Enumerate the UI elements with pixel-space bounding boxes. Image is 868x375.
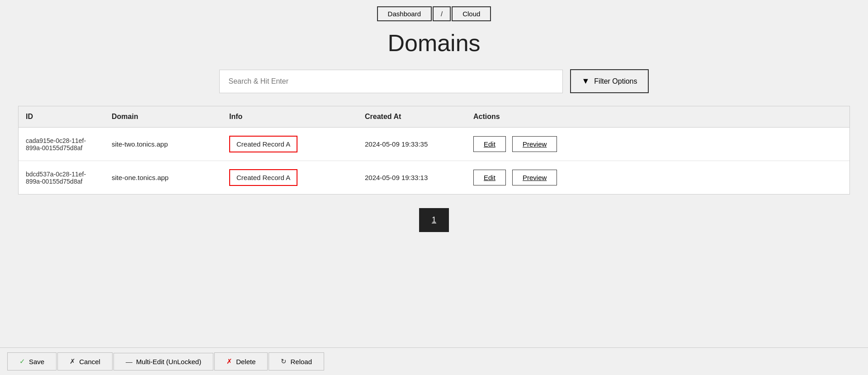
reload-label: Reload bbox=[290, 358, 312, 366]
bottom-toolbar: ✓ Save ✗ Cancel — Multi-Edit (UnLocked) … bbox=[0, 347, 868, 375]
breadcrumb-dashboard[interactable]: Dashboard bbox=[377, 6, 432, 21]
col-header-created-at: Created At bbox=[358, 106, 466, 128]
cell-actions-1: Edit Preview bbox=[466, 161, 849, 195]
cell-domain-1: site-one.tonics.app bbox=[104, 161, 222, 195]
col-header-domain: Domain bbox=[104, 106, 222, 128]
pagination: 1 bbox=[0, 208, 868, 232]
reload-button[interactable]: ↻ Reload bbox=[269, 352, 324, 370]
cell-info-0: Created Record A bbox=[222, 128, 358, 161]
table-header-row: ID Domain Info Created At Actions bbox=[19, 106, 849, 128]
filter-icon: ▼ bbox=[582, 76, 590, 86]
preview-button-0[interactable]: Preview bbox=[512, 136, 557, 152]
search-input[interactable] bbox=[219, 70, 563, 93]
multi-edit-button[interactable]: — Multi-Edit (UnLocked) bbox=[113, 353, 213, 370]
cell-id-1: bdcd537a-0c28-11ef-899a-00155d75d8af bbox=[19, 161, 104, 195]
save-button[interactable]: ✓ Save bbox=[7, 352, 57, 370]
page-title: Domains bbox=[0, 29, 868, 57]
cell-id-0: cada915e-0c28-11ef-899a-00155d75d8af bbox=[19, 128, 104, 161]
table-row: cada915e-0c28-11ef-899a-00155d75d8af sit… bbox=[19, 128, 849, 161]
save-label: Save bbox=[29, 358, 44, 366]
delete-icon: ✗ bbox=[226, 357, 232, 366]
filter-options-button[interactable]: ▼ Filter Options bbox=[570, 69, 649, 93]
cell-created-at-0: 2024-05-09 19:33:35 bbox=[358, 128, 466, 161]
col-header-info: Info bbox=[222, 106, 358, 128]
breadcrumb-cloud[interactable]: Cloud bbox=[452, 6, 491, 21]
cell-actions-0: Edit Preview bbox=[466, 128, 849, 161]
domains-table: ID Domain Info Created At Actions cada91… bbox=[18, 106, 850, 195]
info-badge-0: Created Record A bbox=[229, 136, 297, 152]
multi-edit-label: Multi-Edit (UnLocked) bbox=[136, 358, 201, 366]
breadcrumb-separator: / bbox=[433, 6, 451, 21]
col-header-actions: Actions bbox=[466, 106, 849, 128]
breadcrumb: Dashboard / Cloud bbox=[0, 0, 868, 25]
table-row: bdcd537a-0c28-11ef-899a-00155d75d8af sit… bbox=[19, 161, 849, 195]
info-badge-1: Created Record A bbox=[229, 169, 297, 186]
preview-button-1[interactable]: Preview bbox=[512, 170, 557, 185]
delete-label: Delete bbox=[236, 358, 255, 366]
cell-domain-0: site-two.tonics.app bbox=[104, 128, 222, 161]
cancel-label: Cancel bbox=[79, 358, 100, 366]
cell-info-1: Created Record A bbox=[222, 161, 358, 195]
reload-icon: ↻ bbox=[281, 357, 287, 366]
cell-created-at-1: 2024-05-09 19:33:13 bbox=[358, 161, 466, 195]
multi-edit-icon: — bbox=[126, 358, 132, 366]
save-icon: ✓ bbox=[19, 357, 25, 366]
page-1-button[interactable]: 1 bbox=[419, 208, 449, 232]
edit-button-0[interactable]: Edit bbox=[473, 136, 506, 152]
filter-options-label: Filter Options bbox=[594, 77, 637, 85]
col-header-id: ID bbox=[19, 106, 104, 128]
search-area: ▼ Filter Options bbox=[0, 69, 868, 93]
cancel-icon: ✗ bbox=[70, 357, 75, 366]
cancel-button[interactable]: ✗ Cancel bbox=[57, 352, 113, 370]
edit-button-1[interactable]: Edit bbox=[473, 170, 506, 185]
delete-button[interactable]: ✗ Delete bbox=[214, 352, 268, 370]
